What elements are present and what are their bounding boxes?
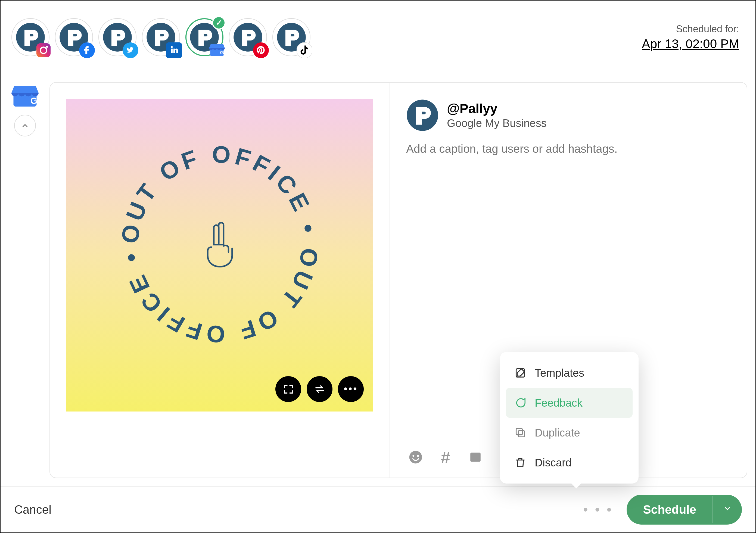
- facebook-icon: [79, 42, 95, 59]
- account-instagram[interactable]: [12, 18, 49, 56]
- swap-icon: [314, 384, 325, 395]
- dots-icon: •••: [344, 383, 358, 395]
- scheduled-for-label: Scheduled for:: [642, 23, 739, 35]
- chevron-up-icon: [21, 121, 29, 130]
- header: ✓ G Scheduled for: Apr 13, 02:00 PM: [1, 1, 755, 74]
- schedule-info: Scheduled for: Apr 13, 02:00 PM: [642, 23, 744, 51]
- fullscreen-button[interactable]: [275, 376, 301, 402]
- account-twitter[interactable]: [98, 18, 136, 56]
- trash-icon: [514, 456, 527, 469]
- more-button[interactable]: •••: [338, 376, 364, 402]
- check-icon: ✓: [212, 16, 226, 30]
- account-facebook[interactable]: [55, 18, 93, 56]
- rail-google-business-icon[interactable]: G: [10, 82, 40, 109]
- pinterest-icon: [253, 42, 269, 59]
- svg-rect-1: [37, 43, 51, 57]
- account-handle: @Pallyy: [447, 101, 547, 116]
- more-options-button[interactable]: • • •: [583, 502, 613, 518]
- account-pinterest[interactable]: [229, 18, 267, 56]
- popup-item-label: Duplicate: [535, 427, 580, 439]
- svg-text:G: G: [30, 96, 37, 106]
- google-business-icon: G: [209, 41, 225, 58]
- duplicate-icon: [514, 426, 527, 440]
- popup-templates[interactable]: Templates: [506, 358, 633, 388]
- popup-item-label: Templates: [535, 367, 584, 379]
- chat-icon: [514, 396, 527, 410]
- svg-rect-26: [518, 431, 525, 437]
- tiktok-icon: [296, 42, 312, 59]
- body: G OUT OF OFFICE • OUT OF OFFICE •: [1, 74, 755, 486]
- dots-icon: • • •: [583, 502, 613, 517]
- popup-duplicate[interactable]: Duplicate: [506, 418, 633, 448]
- compose-header: @Pallyy Google My Business: [406, 99, 730, 132]
- schedule-dropdown-toggle[interactable]: [713, 496, 742, 523]
- instagram-icon: [35, 42, 52, 59]
- compose-panel: OUT OF OFFICE • OUT OF OFFICE •: [49, 82, 747, 478]
- hashtag-icon: #: [441, 448, 450, 467]
- image-icon: [469, 450, 482, 464]
- account-platform: Google My Business: [447, 117, 547, 129]
- peace-hand-icon: [201, 220, 239, 270]
- media-preview: OUT OF OFFICE • OUT OF OFFICE •: [50, 83, 390, 478]
- footer: Cancel • • • Schedule: [1, 486, 755, 532]
- twitter-icon: [122, 42, 139, 59]
- account-avatar: [406, 99, 439, 132]
- scheduled-datetime[interactable]: Apr 13, 02:00 PM: [642, 37, 739, 51]
- footer-right: • • • Schedule: [583, 495, 742, 524]
- schedule-button-label: Schedule: [627, 495, 713, 524]
- edit-icon: [514, 366, 527, 380]
- emoji-button[interactable]: [406, 448, 425, 467]
- account-linkedin[interactable]: [142, 18, 180, 56]
- collapse-rail-button[interactable]: [14, 115, 36, 136]
- svg-rect-27: [516, 429, 523, 435]
- svg-point-22: [412, 455, 414, 457]
- pallyy-logo-icon: [406, 99, 439, 132]
- hashtag-button[interactable]: #: [436, 448, 455, 467]
- cancel-button[interactable]: Cancel: [14, 503, 51, 517]
- popup-item-label: Feedback: [535, 397, 582, 409]
- chevron-down-icon: [723, 504, 732, 513]
- svg-point-3: [46, 46, 48, 47]
- preview-image[interactable]: OUT OF OFFICE • OUT OF OFFICE •: [66, 99, 373, 412]
- swap-button[interactable]: [307, 376, 333, 402]
- accounts-row: ✓ G: [12, 18, 310, 56]
- svg-point-21: [409, 451, 422, 464]
- account-google-my-business[interactable]: ✓ G: [185, 18, 224, 56]
- options-popup: Templates Feedback Duplicate Discard: [500, 352, 638, 484]
- schedule-button[interactable]: Schedule: [627, 495, 742, 524]
- linkedin-icon: [166, 42, 182, 59]
- svg-text:G: G: [220, 50, 224, 55]
- svg-point-23: [417, 455, 419, 457]
- platform-rail: G: [9, 82, 41, 478]
- popup-feedback[interactable]: Feedback: [506, 388, 633, 418]
- svg-rect-24: [470, 453, 481, 462]
- fullscreen-icon: [283, 384, 294, 395]
- preview-action-row: •••: [275, 376, 364, 402]
- media-button[interactable]: [466, 448, 485, 467]
- popup-item-label: Discard: [535, 457, 572, 469]
- account-tiktok[interactable]: [272, 18, 310, 56]
- emoji-icon: [408, 450, 423, 465]
- popup-discard[interactable]: Discard: [506, 448, 633, 478]
